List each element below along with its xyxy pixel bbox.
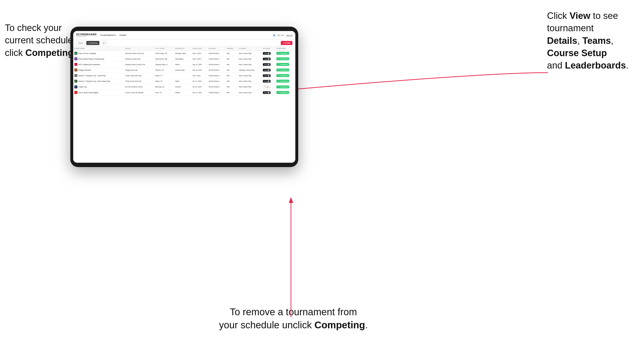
- tab-all[interactable]: All: [100, 41, 107, 45]
- cell-venue: Papago Golf Club: [124, 67, 154, 73]
- competing-badge[interactable]: ✓ Competing: [276, 52, 289, 55]
- cell-scoring: team, Stroke Play: [238, 62, 262, 67]
- cell-competing[interactable]: ✓ Competing: [275, 56, 295, 62]
- event-name-text: OFCC Fighting Illini Invitational: [78, 64, 100, 65]
- tab-home[interactable]: Home: [76, 41, 85, 45]
- cell-hosted_by: Illinois: [174, 62, 191, 67]
- cell-hosted_by: Arizona: [174, 84, 191, 90]
- view-button[interactable]: View ℹ️: [263, 52, 270, 55]
- cell-division: NCAA Division I: [208, 62, 226, 67]
- table-row: S Folds of Honor Collegiate American Dun…: [73, 51, 295, 56]
- col-venue: VENUE: [124, 46, 154, 51]
- cell-event-name: A Papago Individual: [73, 67, 124, 73]
- cell-division: NCAA Division I: [208, 56, 226, 62]
- cell-venue: Sahalee Country Club: [124, 56, 154, 62]
- cell-actions[interactable]: ✏️ Edit: [262, 84, 275, 90]
- cell-start_date: Feb 15, 2024: [191, 90, 208, 95]
- cell-actions[interactable]: View ℹ️: [262, 56, 275, 62]
- competing-badge[interactable]: ✓ Competing: [276, 57, 289, 60]
- table-row: A Papago Individual Papago Golf ClubPhoe…: [73, 67, 295, 73]
- col-scoring: SCORING: [238, 46, 262, 51]
- create-button[interactable]: + Create: [281, 41, 292, 45]
- nav-link-teams[interactable]: TEAMS: [119, 34, 126, 37]
- cell-scoring: team, Match Play: [238, 84, 262, 90]
- tab-competing[interactable]: Competing: [86, 41, 100, 45]
- signout-link[interactable]: Sign out: [286, 34, 292, 36]
- view-button[interactable]: View ℹ️: [263, 58, 270, 60]
- cell-competing[interactable]: ✓ Competing: [275, 90, 295, 95]
- cell-start_date: Oct 11, 2023: [191, 78, 208, 84]
- tablet-screen: SCOREBOARD Powered by clippi TOURNAMENTS…: [73, 31, 295, 163]
- cell-event-name: W 2023 Sahalee Players Championship: [73, 56, 124, 62]
- cell-scoring: team, Stroke Play: [238, 56, 262, 62]
- table-row: A Copper Cup Ak-Chin Southern DunesMaric…: [73, 84, 295, 90]
- col-start-date: START DATE: [191, 46, 208, 51]
- event-name-text: Jackson T. Stephens Cup - Stroke Play: [78, 75, 106, 76]
- cell-competing[interactable]: ✓ Competing: [275, 51, 295, 56]
- table-row: H John A. Burns Intercollegiate Ocean Co…: [73, 90, 295, 95]
- competing-badge[interactable]: ✓ Competing: [276, 91, 289, 94]
- nav-links: TOURNAMENTS TEAMS: [100, 34, 273, 37]
- cell-competing[interactable]: ✓ Competing: [275, 73, 295, 78]
- cell-actions[interactable]: View ℹ️: [262, 78, 275, 84]
- tablet-shell: SCOREBOARD Powered by clippi TOURNAMENTS…: [70, 27, 298, 167]
- col-city-state: CITY, STATE: [154, 46, 174, 51]
- cell-competing[interactable]: ✓ Competing: [275, 67, 295, 73]
- view-button[interactable]: View ℹ️: [263, 63, 270, 66]
- table-header-row: EVENT NAME VENUE CITY, STATE HOSTED BY S…: [73, 46, 295, 51]
- nav-link-tournaments[interactable]: TOURNAMENTS: [100, 34, 116, 37]
- cell-venue: Olympia Fields Country Club: [124, 62, 154, 67]
- competing-badge[interactable]: ✓ Competing: [276, 80, 289, 83]
- cell-competing[interactable]: ✓ Competing: [275, 62, 295, 67]
- cell-actions[interactable]: View ℹ️: [262, 51, 275, 56]
- cell-gender: Men: [226, 56, 238, 62]
- view-button[interactable]: View ℹ️: [263, 80, 270, 83]
- nav-right: 👤 Test User Sign out: [273, 34, 292, 36]
- cell-city_state: Sammamish, WA: [154, 56, 174, 62]
- cell-venue: American Dunes Golf Club: [124, 51, 154, 56]
- cell-division: NCAA Division I: [208, 73, 226, 78]
- competing-badge[interactable]: ✓ Competing: [276, 85, 289, 88]
- filter-bar: Home Competing All + Create: [73, 40, 295, 46]
- cell-actions[interactable]: View ℹ️: [262, 73, 275, 78]
- cell-actions[interactable]: View ℹ️: [262, 67, 275, 73]
- view-button[interactable]: View ℹ️: [263, 91, 270, 94]
- table-container: EVENT NAME VENUE CITY, STATE HOSTED BY S…: [73, 46, 295, 163]
- cell-competing[interactable]: ✓ Competing: [275, 78, 295, 84]
- cell-scoring: team, Match Play: [238, 78, 262, 84]
- tournaments-table: EVENT NAME VENUE CITY, STATE HOSTED BY S…: [73, 46, 295, 95]
- view-button[interactable]: View ℹ️: [263, 69, 270, 71]
- view-button[interactable]: View ℹ️: [263, 74, 270, 77]
- nav-bar: SCOREBOARD Powered by clippi TOURNAMENTS…: [73, 31, 295, 40]
- col-event-name: EVENT NAME: [73, 46, 124, 51]
- cell-gender: Men: [226, 78, 238, 84]
- cell-actions[interactable]: View ℹ️: [262, 90, 275, 95]
- event-name-text: John A. Burns Intercollegiate: [78, 92, 98, 93]
- cell-scoring: team, Stroke Play: [238, 90, 262, 95]
- edit-button[interactable]: ✏️ Edit: [263, 85, 270, 88]
- col-gender: GENDER: [226, 46, 238, 51]
- cell-event-name: J Jackson T. Stephens Cup - Men's Match …: [73, 78, 124, 84]
- competing-badge[interactable]: ✓ Competing: [276, 63, 289, 66]
- cell-gender: Men: [226, 90, 238, 95]
- cell-division: NCAA Division I: [208, 67, 226, 73]
- event-name-text: Copper Cup: [78, 86, 87, 88]
- cell-start_date: Sep 15, 2023: [191, 62, 208, 67]
- event-name-text: Papago Individual: [78, 69, 91, 71]
- cell-gender: Men: [226, 51, 238, 56]
- event-name-text: Folds of Honor Collegiate: [78, 52, 96, 54]
- competing-badge[interactable]: ✓ Competing: [276, 68, 289, 71]
- cell-start_date: Sep 9, 2023: [191, 56, 208, 62]
- cell-scoring: team, Stroke Play: [238, 51, 262, 56]
- competing-badge[interactable]: ✓ Competing: [276, 74, 289, 77]
- cell-city_state: Lihue, HI: [154, 90, 174, 95]
- scoreboard-logo: SCOREBOARD Powered by clippi: [76, 33, 96, 37]
- cell-division: NCAA Division I: [208, 78, 226, 84]
- cell-venue: Trinity Forest Golf Club: [124, 73, 154, 78]
- cell-competing[interactable]: ✓ Competing: [275, 84, 295, 90]
- cell-hosted_by: [174, 73, 191, 78]
- cell-start_date: Jan 14, 2024: [191, 84, 208, 90]
- cell-gender: Men: [226, 62, 238, 67]
- col-division: DIVISION: [208, 46, 226, 51]
- cell-actions[interactable]: View ℹ️: [262, 62, 275, 67]
